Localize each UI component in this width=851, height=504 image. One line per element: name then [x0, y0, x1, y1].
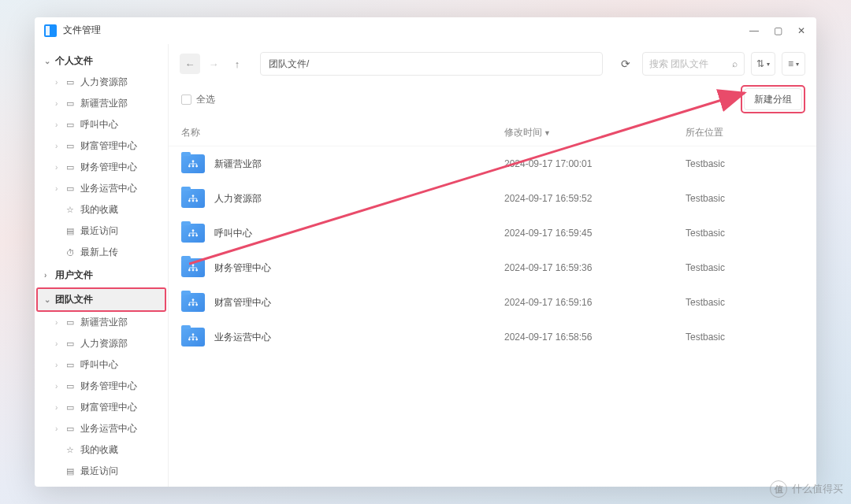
sidebar-item[interactable]: ›▭财富管理中心 [38, 135, 165, 157]
search-input[interactable]: 搜索 团队文件 ⌕ [642, 52, 745, 76]
svg-point-6 [188, 165, 190, 167]
row-location: Testbasic [686, 332, 804, 343]
folder-icon: ▭ [65, 317, 76, 328]
chevron-down-icon: ⌄ [44, 57, 52, 65]
svg-point-53 [196, 339, 198, 340]
row-name: 财务管理中心 [214, 261, 504, 275]
sidebar-item-label: 人力资源部 [80, 76, 128, 89]
list-icon: ≡ [788, 58, 793, 69]
sidebar-item[interactable]: ☆我的收藏 [38, 199, 165, 220]
sidebar-item-label: 我的收藏 [80, 203, 118, 217]
sidebar-item[interactable]: ›▭业务运营中心 [38, 418, 165, 439]
svg-point-26 [196, 235, 198, 236]
sidebar-item[interactable]: ▤最近访问 [38, 220, 165, 242]
column-location[interactable]: 所在位置 [686, 126, 804, 139]
sidebar-item[interactable]: ›▭人力资源部 [38, 72, 165, 93]
sidebar-item-label: 新疆营业部 [80, 97, 128, 110]
svg-point-27 [192, 265, 194, 266]
svg-point-18 [192, 230, 194, 232]
table-row[interactable]: 财务管理中心2024-09-17 16:59:36Testbasic [169, 250, 816, 285]
sidebar-item[interactable]: ›▭财务管理中心 [38, 157, 165, 178]
folder-icon: ▭ [65, 98, 76, 109]
table-row[interactable]: 人力资源部2024-09-17 16:59:52Testbasic [169, 181, 816, 216]
svg-point-24 [188, 235, 190, 236]
svg-point-45 [192, 334, 194, 335]
chevron-right-icon: › [55, 120, 63, 129]
sidebar-item[interactable]: ›▭人力资源部 [38, 333, 165, 354]
folder-icon: ▭ [65, 183, 76, 194]
sidebar-section-team[interactable]: ⌄ 团队文件 [38, 289, 165, 310]
sidebar-item[interactable]: ▤最近访问 [38, 461, 165, 482]
row-time: 2024-09-17 16:58:56 [504, 332, 686, 343]
chevron-down-icon: ▾ [796, 61, 799, 68]
folder-icon: ▭ [65, 77, 76, 87]
file-list: 新疆营业部2024-09-17 17:00:01Testbasic人力资源部20… [169, 146, 816, 487]
sidebar-item[interactable]: ☆我的收藏 [38, 439, 165, 461]
breadcrumb[interactable]: 团队文件/ [260, 52, 603, 76]
chevron-right-icon: › [55, 318, 63, 327]
folder-icon: ▭ [65, 141, 76, 151]
minimize-button[interactable]: — [749, 25, 760, 36]
sidebar-item[interactable]: ›▭财务管理中心 [38, 376, 165, 397]
sidebar-section-user[interactable]: › 用户文件 [38, 265, 165, 286]
folder-icon [181, 293, 205, 312]
select-all-label[interactable]: 全选 [196, 93, 215, 106]
watermark: 值 什么值得买 [770, 480, 843, 498]
nav-up-button[interactable]: ↑ [227, 54, 247, 74]
sidebar-item-label: 最近访问 [80, 465, 118, 478]
close-button[interactable]: ✕ [796, 25, 807, 36]
chevron-right-icon: › [55, 184, 63, 193]
chevron-right-icon: › [55, 339, 63, 348]
row-time: 2024-09-17 16:59:16 [504, 297, 686, 308]
folder-icon: ▭ [65, 162, 76, 172]
folder-icon: ▭ [65, 339, 76, 349]
actionbar: 全选 新建分组 [169, 83, 816, 120]
sidebar-item[interactable]: ›▭业务运营中心 [38, 178, 165, 199]
svg-point-52 [192, 339, 194, 340]
sidebar-item[interactable]: ›▭新疆营业部 [38, 312, 165, 333]
column-name[interactable]: 名称 [181, 126, 504, 139]
row-name: 人力资源部 [214, 192, 504, 206]
maximize-button[interactable]: ▢ [772, 25, 783, 36]
search-icon: ⌕ [732, 58, 738, 69]
svg-point-34 [192, 269, 194, 271]
select-all-checkbox[interactable] [181, 94, 191, 105]
app-window: 文件管理 — ▢ ✕ ⌄ 个人文件 ›▭人力资源部›▭新疆营业部›▭呼叫中心›▭… [35, 17, 816, 487]
svg-point-15 [188, 200, 190, 202]
row-name: 财富管理中心 [214, 296, 504, 309]
sort-button[interactable]: ⇅ ▾ [751, 52, 775, 76]
sidebar-section-personal[interactable]: ⌄ 个人文件 [38, 50, 165, 72]
folder-icon [181, 189, 205, 208]
refresh-button[interactable]: ⟳ [615, 54, 636, 74]
row-location: Testbasic [686, 228, 804, 239]
svg-point-35 [196, 269, 198, 271]
sidebar-item[interactable]: ⏱最新上传 [38, 242, 165, 263]
sidebar-item[interactable]: ›▭财富管理中心 [38, 397, 165, 418]
view-button[interactable]: ≡ ▾ [782, 52, 805, 76]
chevron-right-icon: › [55, 163, 63, 172]
row-location: Testbasic [686, 297, 804, 308]
new-group-button[interactable]: 新建分组 [744, 88, 802, 110]
row-time: 2024-09-17 16:59:52 [504, 193, 686, 204]
sidebar-item-label: 最新上传 [80, 486, 118, 487]
sidebar-item[interactable]: ›▭呼叫中心 [38, 354, 165, 376]
svg-point-17 [196, 200, 198, 202]
table-row[interactable]: 业务运营中心2024-09-17 16:58:56Testbasic [169, 320, 816, 354]
row-name: 新疆营业部 [214, 158, 504, 171]
table-row[interactable]: 财富管理中心2024-09-17 16:59:16Testbasic [169, 285, 816, 320]
nav-back-button[interactable]: ← [180, 54, 200, 74]
recent-icon: ▤ [65, 466, 76, 476]
app-icon [44, 24, 57, 37]
table-row[interactable]: 新疆营业部2024-09-17 17:00:01Testbasic [169, 146, 816, 181]
chevron-right-icon: › [55, 99, 63, 108]
sidebar-item[interactable]: ⏱最新上传 [38, 482, 165, 487]
sidebar-item[interactable]: ›▭呼叫中心 [38, 114, 165, 135]
chevron-down-icon: ▾ [767, 61, 770, 68]
sidebar-item-label: 财务管理中心 [80, 380, 137, 393]
nav-forward-button[interactable]: → [203, 54, 224, 74]
sidebar-item[interactable]: ›▭新疆营业部 [38, 93, 165, 114]
upload-icon: ⏱ [65, 248, 76, 258]
table-row[interactable]: 呼叫中心2024-09-17 16:59:45Testbasic [169, 216, 816, 250]
svg-point-7 [192, 165, 194, 167]
column-time[interactable]: 修改时间▼ [504, 126, 686, 139]
